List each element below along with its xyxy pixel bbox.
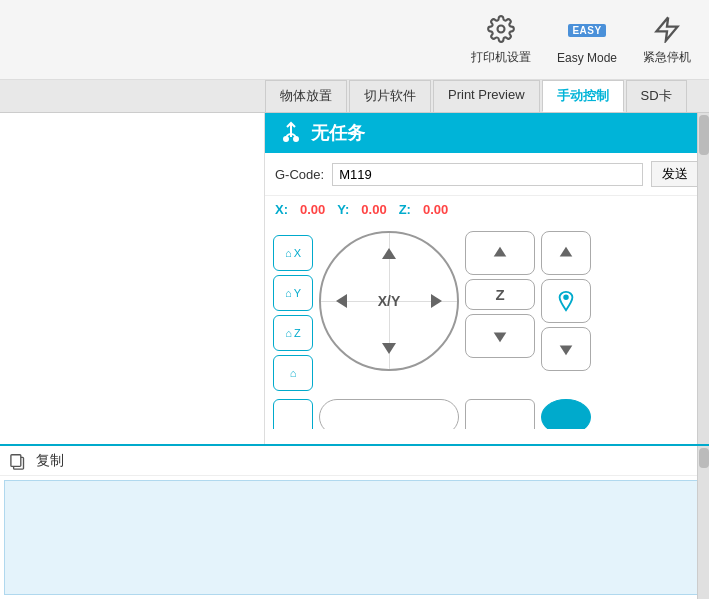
tab-manual-control[interactable]: 手动控制: [542, 80, 624, 112]
printer-settings-label: 打印机设置: [471, 49, 531, 66]
gcode-send-button[interactable]: 发送: [651, 161, 699, 187]
xy-down-arrow[interactable]: [375, 333, 403, 361]
home-z-icon: ⌂: [285, 327, 292, 339]
panel-title: 无任务: [311, 121, 365, 145]
tab-wuti-fangzhi[interactable]: 物体放置: [265, 80, 347, 112]
svg-marker-10: [560, 247, 573, 257]
copy-icon: [10, 452, 28, 470]
home-x-button[interactable]: ⌂ X: [273, 235, 313, 271]
svg-marker-7: [431, 294, 442, 308]
home-y-icon: ⌂: [285, 287, 292, 299]
lightning-icon: [651, 13, 683, 45]
svg-point-2: [294, 137, 298, 141]
bottom-label: 复制: [36, 452, 64, 470]
x-axis-label: X:: [275, 202, 288, 217]
svg-marker-8: [494, 247, 507, 257]
xy-right-arrow[interactable]: [421, 287, 449, 315]
gcode-input[interactable]: [332, 163, 643, 186]
partial-circle-btn: [541, 399, 591, 429]
app-window: 打印机设置 EASY Easy Mode 紧急停机 物体放置 切片软件 Prin…: [0, 0, 709, 599]
emergency-stop-btn[interactable]: 紧急停机: [635, 9, 699, 70]
home-buttons: ⌂ X ⌂ Y ⌂ Z ⌂: [273, 235, 313, 391]
z-axis-value: 0.00: [423, 202, 448, 217]
e-down-button[interactable]: [541, 327, 591, 371]
z-up-button[interactable]: [465, 231, 535, 275]
toolbar: 打印机设置 EASY Easy Mode 紧急停机: [0, 0, 709, 80]
easy-mode-label: Easy Mode: [557, 51, 617, 65]
extruder-button[interactable]: [541, 279, 591, 323]
z-control: Z: [465, 231, 535, 362]
bottom-scroll-thumb[interactable]: [699, 448, 709, 468]
bottom-content-area: [4, 480, 705, 595]
bottom-controls-row: [265, 399, 709, 429]
z-label: Z: [465, 279, 535, 310]
tab-print-preview[interactable]: Print Preview: [433, 80, 540, 112]
emergency-stop-label: 紧急停机: [643, 49, 691, 66]
tab-bar: 物体放置 切片软件 Print Preview 手动控制 SD卡: [0, 80, 709, 113]
bottom-scroll-track[interactable]: [697, 446, 709, 599]
svg-marker-6: [336, 294, 347, 308]
svg-point-11: [564, 296, 568, 300]
xy-left-arrow[interactable]: [329, 287, 357, 315]
home-y-button[interactable]: ⌂ Y: [273, 275, 313, 311]
z-axis-label: Z:: [399, 202, 411, 217]
home-all-icon: ⌂: [290, 367, 297, 379]
home-z-button[interactable]: ⌂ Z: [273, 315, 313, 351]
coords-row: X: 0.00 Y: 0.00 Z: 0.00: [265, 196, 709, 223]
x-axis-value: 0.00: [300, 202, 325, 217]
svg-marker-4: [382, 248, 396, 259]
xy-up-arrow[interactable]: [375, 241, 403, 269]
home-icon: ⌂: [285, 247, 292, 259]
printer-settings-btn[interactable]: 打印机设置: [463, 9, 539, 70]
bottom-panel-header: 复制: [0, 446, 709, 476]
panel-header: 无任务: [265, 113, 709, 153]
partial-xy-2: [319, 399, 459, 429]
gcode-row: G-Code: 发送: [265, 153, 709, 196]
usb-icon: [279, 121, 303, 145]
partial-btn-1: [273, 399, 313, 429]
home-all-button[interactable]: ⌂: [273, 355, 313, 391]
partial-z-2: [465, 399, 535, 429]
svg-marker-12: [560, 345, 573, 355]
easy-mode-btn[interactable]: EASY Easy Mode: [549, 11, 625, 69]
tab-qiepian-ruanjian[interactable]: 切片软件: [349, 80, 431, 112]
gcode-label: G-Code:: [275, 167, 324, 182]
y-axis-value: 0.00: [361, 202, 386, 217]
bottom-panel: 复制: [0, 444, 709, 599]
e-control: [541, 231, 591, 371]
easy-mode-icon: EASY: [571, 15, 603, 47]
svg-marker-5: [382, 343, 396, 354]
z-down-button[interactable]: [465, 314, 535, 358]
e-up-button[interactable]: [541, 231, 591, 275]
y-axis-label: Y:: [337, 202, 349, 217]
svg-rect-14: [11, 454, 21, 466]
gear-icon: [485, 13, 517, 45]
xy-label: X/Y: [378, 293, 401, 309]
svg-point-0: [497, 26, 504, 33]
svg-point-1: [284, 137, 288, 141]
scroll-thumb[interactable]: [699, 115, 709, 155]
xy-pad[interactable]: X/Y: [319, 231, 459, 371]
tab-sd-card[interactable]: SD卡: [626, 80, 687, 112]
controls-area: ⌂ X ⌂ Y ⌂ Z ⌂: [265, 223, 709, 399]
svg-marker-9: [494, 332, 507, 342]
